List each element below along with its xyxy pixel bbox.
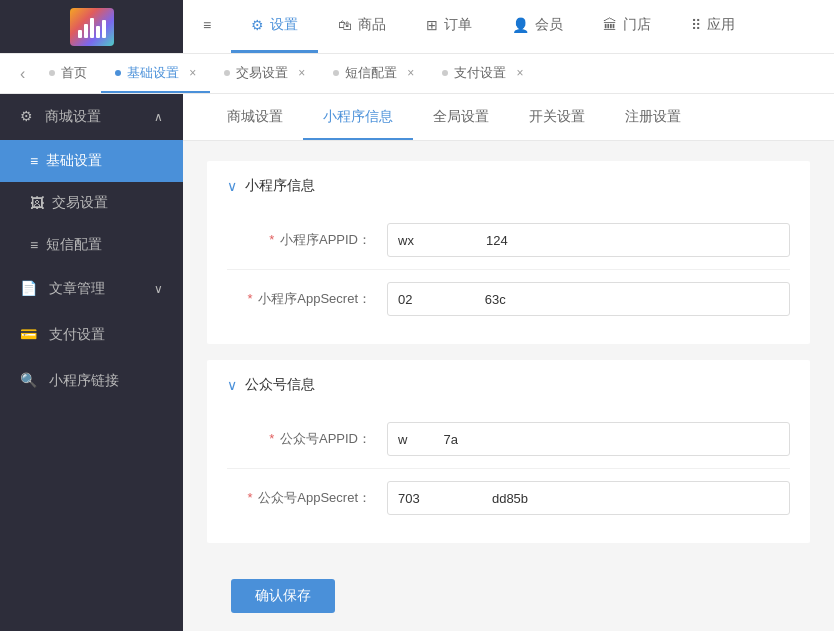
nav-item-settings[interactable]: ⚙ 设置	[231, 0, 318, 53]
inner-tab-register[interactable]: 注册设置	[605, 94, 701, 140]
label-official-appsecret: * 公众号AppSecret：	[227, 489, 387, 507]
sidebar-item-trade-settings[interactable]: 🖼 交易设置	[0, 182, 183, 224]
official-section: ∨ 公众号信息 * 公众号APPID： * 公众号AppSecret：	[207, 360, 810, 543]
sidebar-group-miniapp-link: 🔍 小程序链接	[0, 358, 183, 404]
form-row-official-appid: * 公众号APPID：	[227, 410, 790, 469]
tab-arrow-left[interactable]: ‹	[10, 54, 35, 93]
sidebar-item-basic-settings[interactable]: ≡ 基础设置	[0, 140, 183, 182]
nav-item-menu[interactable]: ≡	[183, 0, 231, 53]
label-official-appid: * 公众号APPID：	[227, 430, 387, 448]
required-star-4: *	[248, 490, 253, 505]
chevron-up-icon: ∧	[154, 110, 163, 124]
inner-tab-miniapp-info[interactable]: 小程序信息	[303, 94, 413, 140]
required-star-2: *	[248, 291, 253, 306]
page-tab-trade[interactable]: 交易设置 ×	[210, 54, 319, 93]
official-section-header: ∨ 公众号信息	[227, 376, 790, 394]
form-row-official-appsecret: * 公众号AppSecret：	[227, 469, 790, 527]
tab-close-basic[interactable]: ×	[189, 66, 196, 80]
apps-icon: ⠿	[691, 17, 701, 33]
main-layout: ⚙ 商城设置 ∧ ≡ 基础设置 🖼 交易设置 ≡ 短信配置 📄	[0, 94, 834, 631]
tab-close-trade[interactable]: ×	[298, 66, 305, 80]
label-miniapp-appid: * 小程序APPID：	[227, 231, 387, 249]
page-tab-sms[interactable]: 短信配置 ×	[319, 54, 428, 93]
trade-settings-icon: 🖼	[30, 195, 44, 211]
menu-icon: ≡	[203, 17, 211, 33]
input-official-appid[interactable]	[387, 422, 790, 456]
nav-item-apps[interactable]: ⠿ 应用	[671, 0, 755, 53]
tab-bar: ‹ 首页 基础设置 × 交易设置 × 短信配置 × 支付设置 ×	[0, 54, 834, 94]
miniapp-link-icon: 🔍	[20, 372, 37, 388]
nav-item-orders[interactable]: ⊞ 订单	[406, 0, 492, 53]
tab-dot-sms	[333, 70, 339, 76]
logo	[0, 0, 183, 53]
input-official-appsecret[interactable]	[387, 481, 790, 515]
basic-settings-icon: ≡	[30, 153, 38, 169]
miniapp-section-header: ∨ 小程序信息	[227, 177, 790, 195]
tab-close-payment[interactable]: ×	[516, 66, 523, 80]
page-tab-basic[interactable]: 基础设置 ×	[101, 54, 210, 93]
settings-group-icon: ⚙	[20, 108, 33, 124]
stores-icon: 🏛	[603, 17, 617, 33]
nav-item-goods[interactable]: 🛍 商品	[318, 0, 406, 53]
inner-tab-global[interactable]: 全局设置	[413, 94, 509, 140]
sidebar-group-mall-settings: ⚙ 商城设置 ∧ ≡ 基础设置 🖼 交易设置 ≡ 短信配置	[0, 94, 183, 266]
inner-tab-mall-settings[interactable]: 商城设置	[207, 94, 303, 140]
nav-items: ≡ ⚙ 设置 🛍 商品 ⊞ 订单 👤 会员 🏛 门店 ⠿ 应用	[183, 0, 755, 53]
article-group-icon: 📄	[20, 280, 37, 296]
save-area: 确认保存	[207, 559, 810, 631]
sidebar-group-header-mall[interactable]: ⚙ 商城设置 ∧	[0, 94, 183, 140]
required-star-3: *	[269, 431, 274, 446]
sidebar-group-header-payment[interactable]: 💳 支付设置	[0, 312, 183, 358]
payment-group-icon: 💳	[20, 326, 37, 342]
tab-dot-payment	[442, 70, 448, 76]
chevron-down-icon: ∨	[154, 282, 163, 296]
form-container: ∨ 小程序信息 * 小程序APPID： * 小程序AppSecret：	[183, 141, 834, 631]
section-toggle-official[interactable]: ∨	[227, 377, 237, 393]
page-tab-payment[interactable]: 支付设置 ×	[428, 54, 537, 93]
nav-item-stores[interactable]: 🏛 门店	[583, 0, 671, 53]
sms-settings-icon: ≡	[30, 237, 38, 253]
save-button[interactable]: 确认保存	[231, 579, 335, 613]
content-area: 商城设置 小程序信息 全局设置 开关设置 注册设置 ∨ 小程序信息	[183, 94, 834, 631]
sidebar: ⚙ 商城设置 ∧ ≡ 基础设置 🖼 交易设置 ≡ 短信配置 📄	[0, 94, 183, 631]
form-row-miniapp-appid: * 小程序APPID：	[227, 211, 790, 270]
sidebar-item-sms-settings[interactable]: ≡ 短信配置	[0, 224, 183, 266]
top-nav: ≡ ⚙ 设置 🛍 商品 ⊞ 订单 👤 会员 🏛 门店 ⠿ 应用	[0, 0, 834, 54]
tab-close-sms[interactable]: ×	[407, 66, 414, 80]
required-star: *	[269, 232, 274, 247]
goods-icon: 🛍	[338, 17, 352, 33]
input-miniapp-appid[interactable]	[387, 223, 790, 257]
label-miniapp-appsecret: * 小程序AppSecret：	[227, 290, 387, 308]
inner-tabs: 商城设置 小程序信息 全局设置 开关设置 注册设置	[183, 94, 834, 141]
form-row-miniapp-appsecret: * 小程序AppSecret：	[227, 270, 790, 328]
settings-icon: ⚙	[251, 17, 264, 33]
logo-box	[70, 8, 114, 46]
inner-tab-switch[interactable]: 开关设置	[509, 94, 605, 140]
tab-dot-home	[49, 70, 55, 76]
sidebar-group-article: 📄 文章管理 ∨	[0, 266, 183, 312]
sidebar-group-header-miniapp[interactable]: 🔍 小程序链接	[0, 358, 183, 404]
members-icon: 👤	[512, 17, 529, 33]
sidebar-group-payment: 💳 支付设置	[0, 312, 183, 358]
tab-dot-trade	[224, 70, 230, 76]
page-tab-home[interactable]: 首页	[35, 54, 101, 93]
logo-bars	[78, 16, 106, 38]
tab-dot-basic	[115, 70, 121, 76]
nav-item-members[interactable]: 👤 会员	[492, 0, 583, 53]
miniapp-section: ∨ 小程序信息 * 小程序APPID： * 小程序AppSecret：	[207, 161, 810, 344]
sidebar-group-header-article[interactable]: 📄 文章管理 ∨	[0, 266, 183, 312]
section-toggle-miniapp[interactable]: ∨	[227, 178, 237, 194]
input-miniapp-appsecret[interactable]	[387, 282, 790, 316]
orders-icon: ⊞	[426, 17, 438, 33]
